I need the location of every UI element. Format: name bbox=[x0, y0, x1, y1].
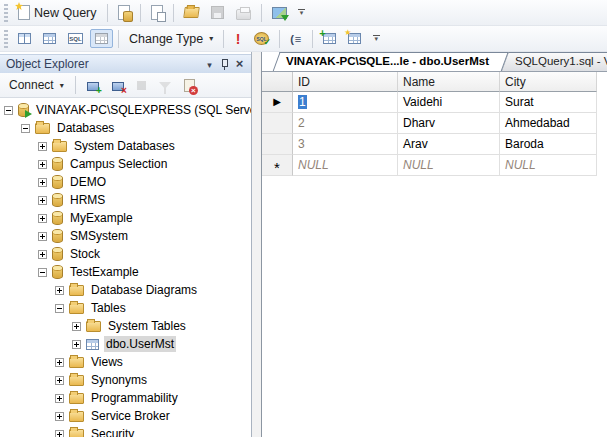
expand-toggle-icon[interactable] bbox=[38, 160, 47, 169]
show-diagram-pane-button[interactable] bbox=[13, 29, 36, 48]
tree-item-label[interactable]: Programmability bbox=[89, 390, 180, 406]
grid-cell-name[interactable]: Arav bbox=[398, 134, 500, 155]
tree-item[interactable]: VINAYAK-PC\SQLEXPRESS (SQL Server 10 bbox=[0, 101, 251, 119]
grid-cell-city[interactable]: Ahmedabad bbox=[500, 113, 597, 134]
grid-cell-name[interactable]: Vaidehi bbox=[398, 92, 500, 113]
column-header-name[interactable]: Name bbox=[398, 72, 500, 92]
connect-dropdown-button[interactable]: Connect ▾ bbox=[4, 74, 69, 96]
tree-item[interactable]: Stock bbox=[0, 245, 251, 263]
show-sql-pane-button[interactable] bbox=[63, 29, 88, 48]
tree-item[interactable]: SMSystem bbox=[0, 227, 251, 245]
grid-cell-city[interactable]: Surat bbox=[500, 92, 597, 113]
expand-toggle-icon[interactable] bbox=[55, 358, 64, 367]
tree-item-label[interactable]: System Databases bbox=[72, 138, 177, 154]
open-file-button[interactable] bbox=[179, 3, 204, 22]
close-panel-button[interactable] bbox=[232, 57, 247, 71]
disconnect-object-button[interactable] bbox=[107, 76, 129, 95]
grid-cell-id[interactable]: NULL bbox=[293, 155, 398, 176]
tree-item[interactable]: dbo.UserMst bbox=[0, 335, 251, 353]
auto-hide-pin-button[interactable] bbox=[217, 57, 232, 71]
expand-toggle-icon[interactable] bbox=[21, 124, 30, 133]
expand-toggle-icon[interactable] bbox=[38, 268, 47, 277]
tree-item[interactable]: Databases bbox=[0, 119, 251, 137]
tree-item[interactable]: Tables bbox=[0, 299, 251, 317]
expand-toggle-icon[interactable] bbox=[55, 394, 64, 403]
expand-toggle-icon[interactable] bbox=[38, 232, 47, 241]
toolbar-grip[interactable] bbox=[4, 4, 8, 22]
tree-item-label[interactable]: TestExample bbox=[68, 264, 141, 280]
expand-toggle-icon[interactable] bbox=[38, 250, 47, 259]
tree-item-label[interactable]: SMSystem bbox=[68, 228, 130, 244]
tree-item-label[interactable]: VINAYAK-PC\SQLEXPRESS (SQL Server 10 bbox=[34, 102, 251, 118]
grid-cell-id[interactable]: 3 bbox=[293, 134, 398, 155]
toolbar-overflow-button[interactable] bbox=[296, 9, 308, 16]
show-results-pane-button[interactable] bbox=[90, 29, 113, 48]
execute-sql-button[interactable] bbox=[229, 29, 247, 49]
grid-cell-city[interactable]: NULL bbox=[500, 155, 597, 176]
new-document-button[interactable] bbox=[146, 1, 168, 24]
tree-item-label[interactable]: MyExample bbox=[68, 210, 135, 226]
tree-item[interactable]: Service Broker bbox=[0, 407, 251, 425]
expand-toggle-icon[interactable] bbox=[38, 196, 47, 205]
tree-item-label[interactable]: Databases bbox=[55, 120, 116, 136]
tree-item[interactable]: MyExample bbox=[0, 209, 251, 227]
document-tab[interactable]: VINAYAK-PC\SQLE...le - dbo.UserMst bbox=[272, 52, 501, 71]
window-position-button[interactable] bbox=[202, 57, 217, 71]
tree-item-label[interactable]: HRMS bbox=[68, 192, 107, 208]
toolbar-overflow-button[interactable] bbox=[370, 35, 382, 42]
document-tab[interactable]: SQLQuery1.sql - VINA bbox=[501, 52, 607, 71]
tree-item-label[interactable]: System Tables bbox=[106, 318, 188, 334]
save-button[interactable] bbox=[206, 2, 229, 23]
row-selector-cell[interactable] bbox=[262, 134, 293, 155]
tree-item[interactable]: HRMS bbox=[0, 191, 251, 209]
tree-item-label[interactable]: dbo.UserMst bbox=[104, 336, 176, 352]
grid-cell-id[interactable]: 2 bbox=[293, 113, 398, 134]
expand-toggle-icon[interactable] bbox=[4, 106, 13, 115]
toolbar-grip[interactable] bbox=[4, 30, 8, 48]
tree-item[interactable]: Programmability bbox=[0, 389, 251, 407]
tree-item-label[interactable]: DEMO bbox=[68, 174, 108, 190]
tree-item-label[interactable]: Synonyms bbox=[89, 372, 149, 388]
tree-item-label[interactable]: Tables bbox=[89, 300, 128, 316]
row-selector-cell[interactable] bbox=[262, 113, 293, 134]
expand-toggle-icon[interactable] bbox=[72, 340, 81, 349]
criteria-button[interactable] bbox=[285, 29, 307, 49]
verify-sql-button[interactable] bbox=[249, 28, 274, 49]
tree-item[interactable]: Security bbox=[0, 425, 251, 437]
tree-item-label[interactable]: Security bbox=[89, 426, 136, 437]
tree-item[interactable]: System Tables bbox=[0, 317, 251, 335]
panel-splitter[interactable] bbox=[252, 52, 261, 437]
expand-toggle-icon[interactable] bbox=[55, 304, 64, 313]
new-query-button[interactable]: New Query bbox=[13, 1, 102, 24]
tree-item-label[interactable]: Stock bbox=[68, 246, 102, 262]
column-header-city[interactable]: City bbox=[500, 72, 597, 92]
row-selector-cell[interactable]: * bbox=[262, 155, 293, 176]
expand-toggle-icon[interactable] bbox=[38, 178, 47, 187]
grid-cell-id[interactable]: 1 bbox=[293, 92, 398, 113]
tree-item[interactable]: Campus Selection bbox=[0, 155, 251, 173]
tree-item-label[interactable]: Service Broker bbox=[89, 408, 172, 424]
tree-item[interactable]: System Databases bbox=[0, 137, 251, 155]
print-button[interactable] bbox=[231, 2, 256, 24]
expand-toggle-icon[interactable] bbox=[38, 142, 47, 151]
grid-cell-city[interactable]: Baroda bbox=[500, 134, 597, 155]
expand-toggle-icon[interactable] bbox=[55, 286, 64, 295]
show-criteria-pane-button[interactable] bbox=[38, 29, 61, 48]
grid-cell-name[interactable]: NULL bbox=[398, 155, 500, 176]
expand-toggle-icon[interactable] bbox=[72, 322, 81, 331]
stop-button[interactable] bbox=[132, 77, 151, 94]
tree-item[interactable]: DEMO bbox=[0, 173, 251, 191]
error-log-button[interactable] bbox=[179, 75, 200, 96]
grid-corner-cell[interactable] bbox=[262, 72, 293, 92]
column-header-id[interactable]: ID bbox=[293, 72, 398, 92]
tree-item-label[interactable]: Views bbox=[89, 354, 125, 370]
tree-item[interactable]: Views bbox=[0, 353, 251, 371]
add-table-button[interactable] bbox=[318, 29, 341, 48]
tree-item-label[interactable]: Campus Selection bbox=[68, 156, 169, 172]
filter-button[interactable] bbox=[154, 78, 176, 93]
tree-item-label[interactable]: Database Diagrams bbox=[89, 282, 199, 298]
expand-toggle-icon[interactable] bbox=[55, 412, 64, 421]
expand-toggle-icon[interactable] bbox=[55, 376, 64, 385]
new-database-engine-query-button[interactable] bbox=[113, 1, 135, 24]
activity-monitor-button[interactable] bbox=[267, 3, 292, 23]
